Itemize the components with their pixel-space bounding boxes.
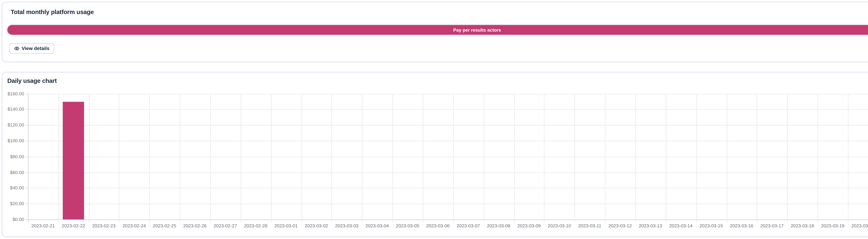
daily-usage-chart-card: Daily usage chart AbsoluteCumulative $0.…	[2, 71, 868, 237]
x-gridline	[149, 94, 150, 222]
x-tick-label: 2023-03-09	[517, 223, 541, 229]
x-gridline	[89, 94, 89, 222]
chart-title: Daily usage chart	[7, 77, 57, 84]
y-tick-label: $0.00	[2, 217, 24, 222]
x-tick-label: 2023-02-22	[62, 223, 85, 229]
x-gridline	[726, 94, 727, 222]
x-gridline	[28, 94, 29, 222]
x-gridline	[636, 94, 636, 222]
x-tick-label: 2023-03-12	[609, 223, 632, 229]
x-tick-label: 2023-02-26	[183, 223, 207, 229]
x-tick-label: 2023-02-25	[153, 223, 176, 229]
y-tick-label: $60.00	[2, 170, 24, 175]
x-tick-label: 2023-02-24	[123, 223, 146, 229]
x-gridline	[241, 94, 241, 222]
x-tick-label: 2023-03-06	[426, 223, 450, 229]
x-gridline	[58, 94, 59, 222]
x-gridline	[332, 94, 332, 222]
y-gridline	[28, 94, 868, 94]
y-gridline	[28, 109, 868, 110]
x-gridline	[210, 94, 211, 222]
view-details-label: View details	[22, 46, 50, 51]
y-gridline	[28, 125, 868, 126]
y-tick	[26, 204, 28, 204]
x-tick-label: 2023-02-21	[31, 223, 55, 229]
y-tick	[26, 156, 28, 157]
x-gridline	[180, 94, 180, 222]
x-gridline	[787, 94, 788, 222]
y-tick	[26, 109, 28, 110]
x-gridline	[484, 94, 484, 222]
y-gridline	[28, 141, 868, 141]
y-gridline	[28, 156, 868, 157]
x-tick-label: 2023-03-14	[669, 223, 693, 229]
x-gridline	[392, 94, 393, 222]
x-gridline	[575, 94, 575, 222]
x-tick-label: 2023-03-17	[761, 223, 784, 229]
x-tick-label: 2023-03-08	[487, 223, 510, 229]
x-tick-label: 2023-03-05	[396, 223, 419, 229]
usage-progress-bar: Pay per results actors	[7, 25, 868, 35]
y-tick-label: $160.00	[2, 91, 24, 96]
x-gridline	[271, 94, 272, 222]
y-gridline	[28, 219, 868, 220]
y-tick-label: $100.00	[2, 138, 24, 144]
y-tick	[26, 219, 28, 220]
x-tick-label: 2023-03-02	[305, 223, 328, 229]
x-tick-label: 2023-03-07	[457, 223, 480, 229]
x-tick-label: 2023-03-04	[365, 223, 389, 229]
y-tick	[26, 188, 28, 189]
x-tick-label: 2023-02-23	[92, 223, 116, 229]
x-tick-label: 2023-03-20	[851, 223, 868, 229]
x-tick-label: 2023-02-28	[244, 223, 267, 229]
summary-title: Total monthly platform usage	[10, 8, 94, 15]
y-tick	[26, 94, 28, 94]
view-details-button[interactable]: View details	[9, 43, 54, 54]
y-tick-label: $40.00	[2, 185, 24, 191]
x-tick-label: 2023-03-15	[700, 223, 723, 229]
x-gridline	[453, 94, 454, 222]
x-gridline	[848, 94, 848, 222]
y-tick	[26, 141, 28, 141]
x-gridline	[817, 94, 818, 222]
x-tick-label: 2023-03-03	[335, 223, 359, 229]
y-tick	[26, 125, 28, 126]
x-tick-label: 2023-02-27	[214, 223, 237, 229]
y-tick-label: $120.00	[2, 122, 24, 128]
y-gridline	[28, 188, 868, 189]
usage-bar-2023-02-22[interactable]	[63, 102, 84, 219]
usage-dashboard: Total monthly platform usage $150.00 Pay…	[0, 0, 868, 239]
y-tick-label: $140.00	[2, 107, 24, 112]
x-tick-label: 2023-03-19	[821, 223, 844, 229]
x-tick-label: 2023-03-11	[578, 223, 601, 229]
y-tick-label: $20.00	[2, 201, 24, 207]
chart-legend: Actor compute unitsProxy SERPsProxy resi…	[2, 72, 868, 237]
y-gridline	[28, 172, 868, 173]
chart-plot-area: $0.00$20.00$40.00$60.00$80.00$100.00$120…	[2, 72, 868, 237]
x-tick-label: 2023-03-10	[548, 223, 571, 229]
x-gridline	[423, 94, 424, 222]
x-gridline	[514, 94, 515, 222]
summary-card: Total monthly platform usage $150.00 Pay…	[2, 2, 868, 62]
y-tick-label: $80.00	[2, 154, 24, 159]
x-tick-label: 2023-03-13	[639, 223, 662, 229]
x-tick-label: 2023-03-18	[790, 223, 814, 229]
x-gridline	[666, 94, 666, 222]
eye-icon	[14, 46, 20, 51]
x-tick-label: 2023-03-01	[274, 223, 298, 229]
x-gridline	[696, 94, 697, 222]
x-gridline	[757, 94, 757, 222]
x-gridline	[119, 94, 120, 222]
x-gridline	[362, 94, 363, 222]
x-gridline	[301, 94, 302, 222]
x-tick-label: 2023-03-16	[730, 223, 753, 229]
y-tick	[26, 172, 28, 173]
x-gridline	[605, 94, 606, 222]
y-gridline	[28, 204, 868, 204]
x-gridline	[544, 94, 545, 222]
progress-segment[interactable]: Pay per results actors	[7, 25, 868, 35]
